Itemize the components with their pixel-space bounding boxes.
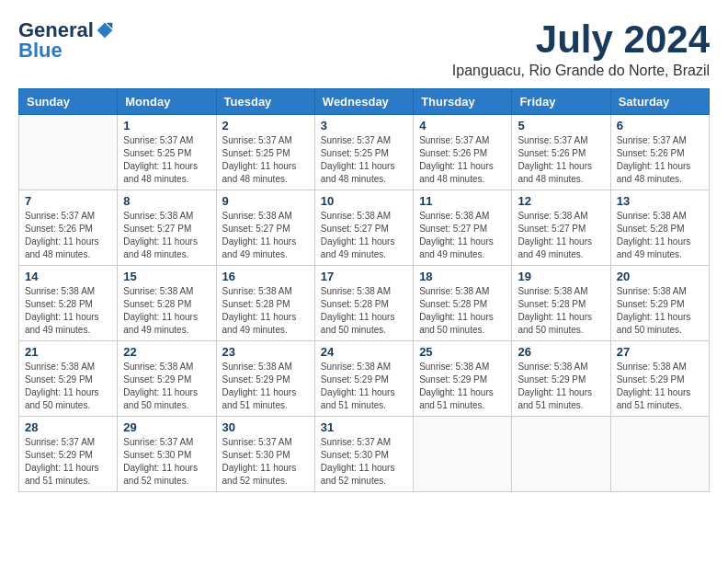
day-number: 31 (321, 420, 407, 434)
calendar-cell: 19Sunrise: 5:38 AMSunset: 5:28 PMDayligh… (512, 266, 610, 341)
calendar-header-row: SundayMondayTuesdayWednesdayThursdayFrid… (19, 89, 710, 115)
day-number: 29 (123, 420, 210, 434)
day-info: Sunrise: 5:38 AMSunset: 5:29 PMDaylight:… (617, 285, 703, 337)
column-header-friday: Friday (512, 89, 610, 115)
day-number: 16 (222, 270, 309, 283)
day-number: 22 (123, 345, 210, 359)
day-number: 27 (617, 345, 703, 359)
day-info: Sunrise: 5:37 AMSunset: 5:25 PMDaylight:… (321, 134, 407, 186)
day-info: Sunrise: 5:38 AMSunset: 5:27 PMDaylight:… (419, 210, 506, 261)
calendar-cell: 12Sunrise: 5:38 AMSunset: 5:27 PMDayligh… (512, 190, 610, 266)
calendar-cell: 28Sunrise: 5:37 AMSunset: 5:29 PMDayligh… (19, 417, 118, 492)
calendar-cell: 22Sunrise: 5:38 AMSunset: 5:29 PMDayligh… (118, 341, 216, 417)
column-header-wednesday: Wednesday (314, 89, 413, 115)
calendar-cell: 6Sunrise: 5:37 AMSunset: 5:26 PMDaylight… (610, 115, 709, 190)
calendar-cell: 15Sunrise: 5:38 AMSunset: 5:28 PMDayligh… (118, 266, 216, 341)
day-info: Sunrise: 5:38 AMSunset: 5:28 PMDaylight:… (123, 285, 210, 337)
calendar-cell: 21Sunrise: 5:38 AMSunset: 5:29 PMDayligh… (19, 341, 118, 417)
month-title: July 2024 (452, 18, 710, 61)
day-number: 25 (419, 345, 506, 359)
day-number: 2 (222, 119, 309, 132)
calendar-week-row: 21Sunrise: 5:38 AMSunset: 5:29 PMDayligh… (19, 341, 710, 417)
day-number: 1 (123, 119, 210, 132)
day-number: 18 (419, 270, 506, 283)
calendar-cell: 16Sunrise: 5:38 AMSunset: 5:28 PMDayligh… (216, 266, 314, 341)
day-info: Sunrise: 5:38 AMSunset: 5:27 PMDaylight:… (518, 210, 604, 261)
day-number: 5 (518, 119, 604, 132)
day-number: 7 (25, 194, 111, 208)
day-info: Sunrise: 5:38 AMSunset: 5:29 PMDaylight:… (419, 361, 506, 412)
day-number: 20 (617, 270, 703, 283)
calendar-cell: 30Sunrise: 5:37 AMSunset: 5:30 PMDayligh… (216, 417, 314, 492)
day-number: 19 (518, 270, 604, 283)
day-number: 12 (518, 194, 604, 208)
day-info: Sunrise: 5:38 AMSunset: 5:27 PMDaylight:… (222, 210, 309, 261)
calendar-cell: 31Sunrise: 5:37 AMSunset: 5:30 PMDayligh… (314, 417, 413, 492)
calendar-cell: 24Sunrise: 5:38 AMSunset: 5:29 PMDayligh… (314, 341, 413, 417)
calendar-cell: 4Sunrise: 5:37 AMSunset: 5:26 PMDaylight… (414, 115, 512, 190)
day-info: Sunrise: 5:38 AMSunset: 5:28 PMDaylight:… (617, 210, 703, 261)
calendar-cell: 1Sunrise: 5:37 AMSunset: 5:25 PMDaylight… (118, 115, 216, 190)
day-info: Sunrise: 5:38 AMSunset: 5:28 PMDaylight:… (321, 285, 407, 337)
day-number: 13 (617, 194, 703, 208)
day-info: Sunrise: 5:38 AMSunset: 5:29 PMDaylight:… (123, 361, 210, 412)
day-info: Sunrise: 5:38 AMSunset: 5:28 PMDaylight:… (222, 285, 309, 337)
day-info: Sunrise: 5:37 AMSunset: 5:29 PMDaylight:… (25, 436, 111, 488)
day-number: 6 (617, 119, 703, 132)
day-info: Sunrise: 5:38 AMSunset: 5:29 PMDaylight:… (617, 361, 703, 412)
day-number: 26 (518, 345, 604, 359)
column-header-thursday: Thursday (414, 89, 512, 115)
calendar-cell (610, 417, 709, 492)
column-header-tuesday: Tuesday (216, 89, 314, 115)
page-header: General Blue July 2024 Ipanguacu, Rio Gr… (18, 18, 710, 79)
calendar-week-row: 14Sunrise: 5:38 AMSunset: 5:28 PMDayligh… (19, 266, 710, 341)
logo-blue: Blue (18, 39, 63, 63)
calendar-cell: 14Sunrise: 5:38 AMSunset: 5:28 PMDayligh… (19, 266, 118, 341)
calendar-cell: 18Sunrise: 5:38 AMSunset: 5:28 PMDayligh… (414, 266, 512, 341)
calendar-cell: 26Sunrise: 5:38 AMSunset: 5:29 PMDayligh… (512, 341, 610, 417)
day-number: 3 (321, 119, 407, 132)
calendar-cell: 3Sunrise: 5:37 AMSunset: 5:25 PMDaylight… (314, 115, 413, 190)
day-number: 15 (123, 270, 210, 283)
calendar-cell (414, 417, 512, 492)
calendar-cell: 8Sunrise: 5:38 AMSunset: 5:27 PMDaylight… (118, 190, 216, 266)
day-info: Sunrise: 5:38 AMSunset: 5:27 PMDaylight:… (123, 210, 210, 261)
day-info: Sunrise: 5:37 AMSunset: 5:26 PMDaylight:… (518, 134, 604, 186)
calendar-cell: 25Sunrise: 5:38 AMSunset: 5:29 PMDayligh… (414, 341, 512, 417)
column-header-monday: Monday (118, 89, 216, 115)
title-section: July 2024 Ipanguacu, Rio Grande do Norte… (452, 18, 710, 79)
day-number: 28 (25, 420, 111, 434)
day-number: 10 (321, 194, 407, 208)
calendar-cell: 11Sunrise: 5:38 AMSunset: 5:27 PMDayligh… (414, 190, 512, 266)
calendar-cell: 20Sunrise: 5:38 AMSunset: 5:29 PMDayligh… (610, 266, 709, 341)
day-info: Sunrise: 5:38 AMSunset: 5:27 PMDaylight:… (321, 210, 407, 261)
calendar-cell: 10Sunrise: 5:38 AMSunset: 5:27 PMDayligh… (314, 190, 413, 266)
day-number: 30 (222, 420, 309, 434)
calendar-week-row: 7Sunrise: 5:37 AMSunset: 5:26 PMDaylight… (19, 190, 710, 266)
calendar-cell: 29Sunrise: 5:37 AMSunset: 5:30 PMDayligh… (118, 417, 216, 492)
day-info: Sunrise: 5:37 AMSunset: 5:30 PMDaylight:… (321, 436, 407, 488)
day-number: 21 (25, 345, 111, 359)
calendar-cell: 9Sunrise: 5:38 AMSunset: 5:27 PMDaylight… (216, 190, 314, 266)
column-header-saturday: Saturday (610, 89, 709, 115)
day-number: 9 (222, 194, 309, 208)
day-info: Sunrise: 5:37 AMSunset: 5:25 PMDaylight:… (123, 134, 210, 186)
day-number: 4 (419, 119, 506, 132)
calendar-week-row: 28Sunrise: 5:37 AMSunset: 5:29 PMDayligh… (19, 417, 710, 492)
day-number: 24 (321, 345, 407, 359)
calendar-cell: 2Sunrise: 5:37 AMSunset: 5:25 PMDaylight… (216, 115, 314, 190)
day-number: 14 (25, 270, 111, 283)
calendar-cell: 27Sunrise: 5:38 AMSunset: 5:29 PMDayligh… (610, 341, 709, 417)
location-subtitle: Ipanguacu, Rio Grande do Norte, Brazil (452, 63, 710, 79)
calendar-cell: 23Sunrise: 5:38 AMSunset: 5:29 PMDayligh… (216, 341, 314, 417)
column-header-sunday: Sunday (19, 89, 118, 115)
day-info: Sunrise: 5:37 AMSunset: 5:30 PMDaylight:… (222, 436, 309, 488)
calendar-cell: 17Sunrise: 5:38 AMSunset: 5:28 PMDayligh… (314, 266, 413, 341)
logo: General Blue (18, 18, 114, 63)
day-info: Sunrise: 5:38 AMSunset: 5:28 PMDaylight:… (419, 285, 506, 337)
day-number: 8 (123, 194, 210, 208)
day-info: Sunrise: 5:37 AMSunset: 5:26 PMDaylight:… (25, 210, 111, 261)
calendar-cell (19, 115, 118, 190)
day-number: 17 (321, 270, 407, 283)
day-number: 23 (222, 345, 309, 359)
